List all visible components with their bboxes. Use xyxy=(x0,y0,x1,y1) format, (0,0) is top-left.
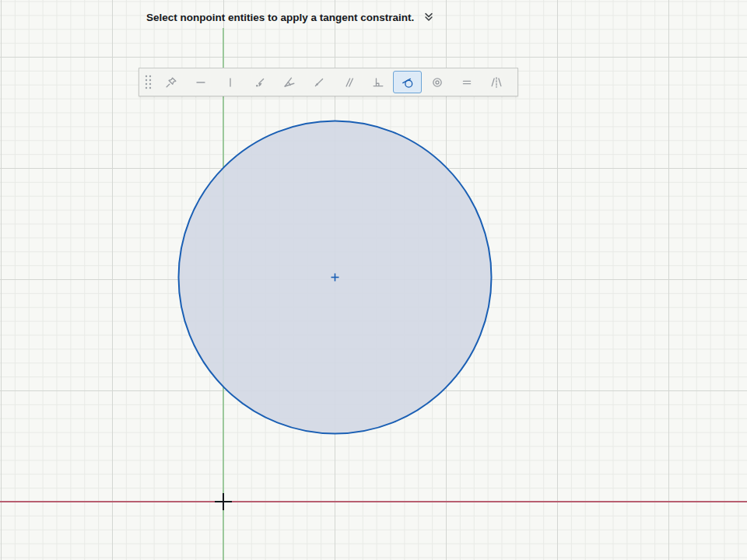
equal-constraint-button[interactable] xyxy=(452,71,481,93)
angle-icon xyxy=(282,75,297,90)
perpendicular-icon xyxy=(370,75,386,90)
collinear-constraint-button[interactable] xyxy=(304,71,333,93)
horizontal-line-icon xyxy=(193,75,209,90)
cursor-point-icon xyxy=(252,75,268,90)
concentric-constraint-button[interactable] xyxy=(423,71,451,93)
pin-icon xyxy=(163,75,179,90)
concentric-circles-icon xyxy=(430,75,445,90)
line-point-icon xyxy=(311,75,327,90)
tangent-icon xyxy=(400,75,416,90)
coincident-constraint-button[interactable] xyxy=(245,71,274,93)
parallel-lines-icon xyxy=(341,75,356,90)
equal-sign-icon xyxy=(459,75,475,90)
vertical-line-icon xyxy=(223,75,238,90)
perpendicular-constraint-button[interactable] xyxy=(363,71,392,93)
hint-message-bar: Select nonpoint entities to apply a tang… xyxy=(146,10,436,24)
angle-constraint-button[interactable] xyxy=(275,71,303,93)
fix-constraint-button[interactable] xyxy=(156,71,185,93)
crosshair-cursor xyxy=(215,501,232,503)
drag-handle-icon[interactable] xyxy=(142,72,154,93)
symmetric-constraint-button[interactable] xyxy=(482,71,510,93)
horizontal-constraint-button[interactable] xyxy=(186,71,215,93)
hint-message-text: Select nonpoint entities to apply a tang… xyxy=(146,12,414,23)
parallel-constraint-button[interactable] xyxy=(334,71,363,93)
vertical-constraint-button[interactable] xyxy=(216,71,244,93)
tangent-constraint-button[interactable] xyxy=(393,71,422,93)
chevron-double-down-icon[interactable] xyxy=(422,10,436,24)
constraint-toolbar xyxy=(139,68,518,96)
symmetry-icon xyxy=(489,75,504,90)
